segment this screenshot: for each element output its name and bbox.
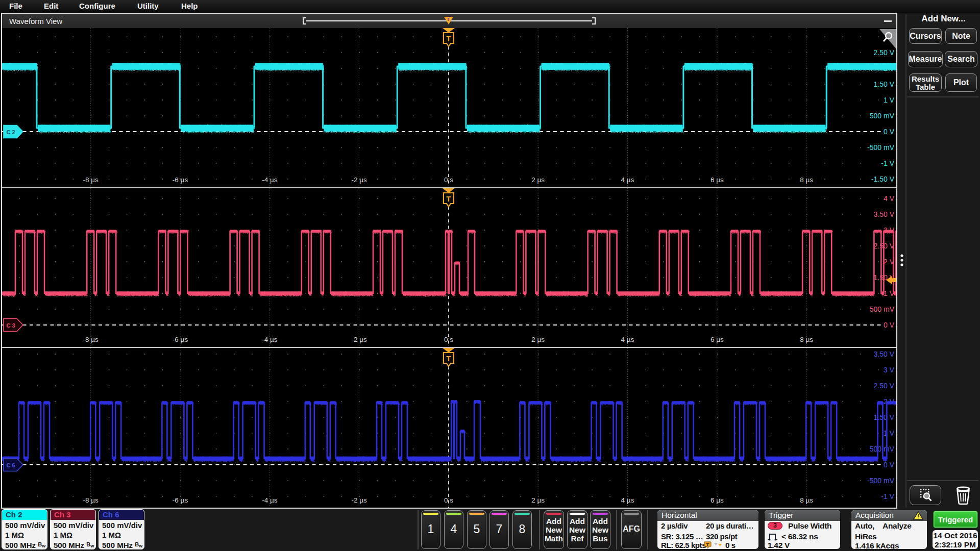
svg-text:C 2: C 2	[6, 129, 15, 135]
svg-text:8 µs: 8 µs	[800, 336, 813, 343]
svg-text:1.50 V: 1.50 V	[874, 413, 895, 421]
svg-text:-2 µs: -2 µs	[351, 496, 367, 504]
svg-text:4 µs: 4 µs	[621, 496, 634, 504]
svg-text:0 V: 0 V	[884, 461, 895, 469]
svg-text:-1 V: -1 V	[881, 492, 894, 500]
svg-text:1 V: 1 V	[884, 96, 895, 104]
svg-text:T: T	[446, 354, 451, 363]
svg-text:-6 µs: -6 µs	[173, 336, 188, 343]
svg-text:6 µs: 6 µs	[710, 176, 724, 184]
svg-text:-1.50 V: -1.50 V	[871, 175, 895, 183]
svg-text:T: T	[447, 17, 450, 22]
svg-text:!: !	[917, 513, 919, 519]
svg-text:4 µs: 4 µs	[621, 176, 634, 184]
svg-text:-8 µs: -8 µs	[83, 496, 99, 504]
svg-text:4 µs: 4 µs	[621, 336, 634, 343]
svg-text:3.50 V: 3.50 V	[874, 350, 895, 358]
svg-text:T: T	[446, 34, 451, 43]
svg-text:-500 mV: -500 mV	[867, 143, 895, 152]
svg-text:-500 mV: -500 mV	[867, 477, 895, 485]
svg-text:0 V: 0 V	[884, 321, 895, 329]
svg-text:6 µs: 6 µs	[710, 496, 724, 504]
svg-text:-2 µs: -2 µs	[351, 336, 367, 343]
svg-text:1 V: 1 V	[884, 429, 895, 437]
svg-text:-2 µs: -2 µs	[351, 176, 367, 184]
svg-text:-1 V: -1 V	[881, 159, 894, 167]
svg-text:8 µs: 8 µs	[800, 176, 813, 184]
svg-text:-8 µs: -8 µs	[83, 336, 99, 343]
svg-text:-4 µs: -4 µs	[262, 336, 278, 343]
svg-text:6 µs: 6 µs	[710, 336, 724, 343]
svg-text:2.50 V: 2.50 V	[874, 382, 895, 390]
svg-text:3.50 V: 3.50 V	[874, 210, 895, 218]
svg-text:-6 µs: -6 µs	[173, 496, 188, 504]
svg-text:2 µs: 2 µs	[531, 336, 545, 343]
svg-text:1.50 V: 1.50 V	[874, 80, 895, 88]
svg-text:2.50 V: 2.50 V	[874, 48, 895, 57]
svg-text:-8 µs: -8 µs	[83, 176, 99, 184]
svg-text:C 3: C 3	[6, 322, 15, 329]
svg-text:2 µs: 2 µs	[531, 496, 545, 504]
svg-text:-4 µs: -4 µs	[262, 496, 278, 504]
svg-text:4 V: 4 V	[884, 194, 895, 203]
svg-text:C 6: C 6	[6, 462, 15, 468]
svg-text:3 V: 3 V	[884, 366, 895, 374]
svg-text:0 s: 0 s	[444, 336, 453, 343]
svg-text:0 s: 0 s	[444, 176, 453, 184]
svg-text:T: T	[446, 194, 451, 203]
svg-text:500 mV: 500 mV	[870, 305, 895, 313]
svg-text:T: T	[706, 542, 709, 547]
svg-text:-4 µs: -4 µs	[262, 176, 278, 184]
svg-text:8 µs: 8 µs	[800, 496, 813, 504]
svg-text:0 s: 0 s	[444, 496, 453, 504]
svg-text:0 V: 0 V	[884, 128, 895, 136]
svg-text:500 mV: 500 mV	[870, 112, 895, 120]
svg-text:2 µs: 2 µs	[531, 176, 545, 184]
svg-text:-6 µs: -6 µs	[173, 176, 188, 184]
